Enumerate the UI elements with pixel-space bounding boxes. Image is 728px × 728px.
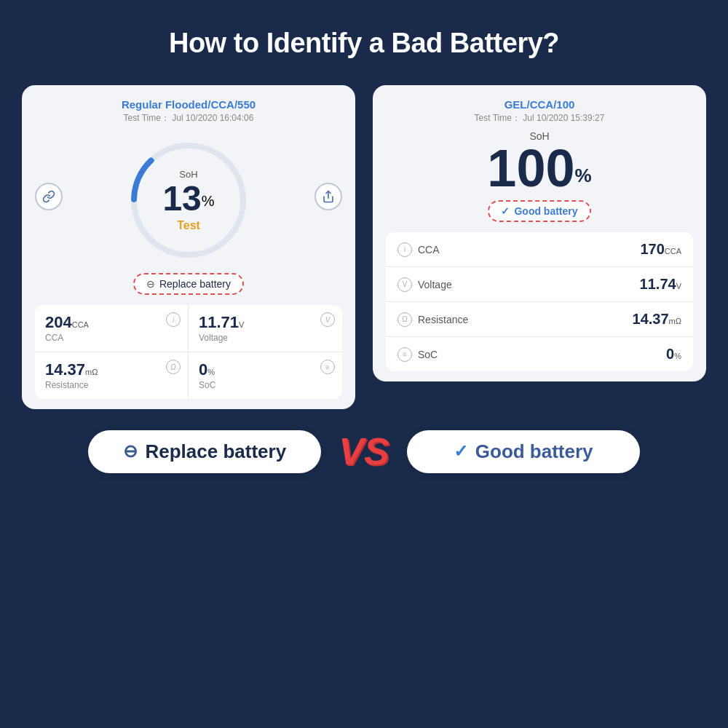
- right-voltage-left: V Voltage: [397, 277, 452, 292]
- left-voltage-value: 11.71V: [199, 314, 332, 331]
- right-stats-list: i CCA 170CCA V Voltage 11.74V Ω: [386, 232, 693, 371]
- good-badge-icon: ✓: [501, 205, 510, 217]
- right-voltage-icon: V: [397, 277, 412, 292]
- left-soc-label: SoC: [199, 380, 332, 390]
- left-stat-cca: i 204CCA CCA: [35, 305, 189, 352]
- left-replace-row: ⊖ Replace battery: [35, 266, 342, 302]
- right-resistance-value: 14.37mΩ: [633, 311, 681, 328]
- gauge-soh-value: 13%: [162, 181, 214, 216]
- right-soc-value: 0%: [666, 346, 681, 363]
- cards-container: Regular Flooded/CCA/550 Test Time： Jul 1…: [22, 85, 706, 409]
- right-card-header: GEL/CCA/100 Test Time： Jul 10/2020 15:39…: [386, 98, 693, 124]
- left-share-button[interactable]: [314, 183, 342, 210]
- bottom-replace-icon: ⊖: [123, 441, 138, 462]
- right-soh-value-container: 100%: [386, 142, 693, 194]
- good-badge-text: Good battery: [514, 205, 577, 217]
- left-resistance-value: 14.37mΩ: [45, 361, 178, 379]
- right-card-test-time: Test Time： Jul 10/2020 15:39:27: [386, 112, 693, 124]
- page-title: How to Identify a Bad Battery?: [169, 28, 559, 59]
- right-resistance-icon: Ω: [397, 312, 412, 327]
- left-stat-voltage: V 11.71V Voltage: [189, 305, 342, 352]
- right-resistance-left: Ω Resistance: [397, 312, 468, 327]
- left-card-header: Regular Flooded/CCA/550 Test Time： Jul 1…: [35, 98, 342, 124]
- left-resistance-icon: Ω: [166, 360, 181, 374]
- left-soc-value: 0%: [199, 361, 332, 379]
- left-voltage-label: Voltage: [199, 333, 332, 343]
- left-card-test-time: Test Time： Jul 10/2020 16:04:06: [35, 112, 342, 124]
- right-stat-resistance: Ω Resistance 14.37mΩ: [386, 302, 693, 337]
- left-gauge-row: SoH 13% Test: [35, 127, 342, 266]
- right-soh-section: SoH 100%: [386, 130, 693, 194]
- right-voltage-value: 11.74V: [640, 276, 681, 293]
- right-soh-value: 100: [487, 139, 574, 197]
- right-good-badge: ✓ Good battery: [488, 200, 590, 222]
- right-stat-soc: ≡ SoC 0%: [386, 337, 693, 371]
- left-voltage-icon: V: [320, 312, 335, 327]
- left-stats-grid: i 204CCA CCA V 11.71V Voltage Ω 14.37mΩ …: [35, 305, 342, 399]
- right-cca-value: 170CCA: [640, 241, 681, 258]
- right-stat-voltage: V Voltage 11.74V: [386, 267, 693, 302]
- left-cca-label: CCA: [45, 333, 178, 343]
- left-card-type: Regular Flooded/CCA/550: [35, 98, 342, 111]
- right-voltage-label: Voltage: [418, 279, 452, 290]
- right-cca-icon: i: [397, 242, 412, 257]
- right-resistance-label: Resistance: [418, 314, 468, 325]
- left-card: Regular Flooded/CCA/550 Test Time： Jul 1…: [22, 85, 355, 409]
- right-soc-icon: ≡: [397, 347, 412, 362]
- left-stat-resistance: Ω 14.37mΩ Resistance: [35, 352, 189, 399]
- right-cca-left: i CCA: [397, 242, 440, 257]
- right-card: GEL/CCA/100 Test Time： Jul 10/2020 15:39…: [373, 85, 706, 381]
- left-soc-icon: ≡: [320, 360, 335, 374]
- left-resistance-label: Resistance: [45, 380, 178, 390]
- gauge-center: SoH 13% Test: [162, 169, 214, 232]
- right-soh-percent: %: [575, 165, 592, 186]
- left-cca-value: 204CCA: [45, 314, 178, 331]
- gauge-soh-label: SoH: [162, 169, 214, 180]
- gauge-test-label: Test: [162, 219, 214, 232]
- left-link-button[interactable]: [35, 183, 63, 210]
- bottom-row: ⊖ Replace battery VS ✓ Good battery: [22, 430, 706, 473]
- left-stat-soc: ≡ 0% SoC: [189, 352, 342, 399]
- replace-badge-icon: ⊖: [146, 278, 155, 290]
- left-gauge: SoH 13% Test: [123, 135, 254, 266]
- right-soc-left: ≡ SoC: [397, 347, 438, 362]
- replace-badge-text: Replace battery: [159, 278, 231, 290]
- right-card-type: GEL/CCA/100: [386, 98, 693, 111]
- bottom-replace-label: Replace battery: [145, 440, 286, 463]
- left-cca-icon: i: [166, 312, 181, 327]
- bottom-good-label: Good battery: [475, 440, 593, 463]
- right-good-row: ✓ Good battery: [386, 194, 693, 229]
- right-cca-label: CCA: [418, 244, 440, 256]
- right-stat-cca: i CCA 170CCA: [386, 232, 693, 267]
- bottom-good-icon: ✓: [454, 441, 468, 462]
- left-replace-badge: ⊖ Replace battery: [133, 273, 244, 295]
- bottom-replace-badge: ⊖ Replace battery: [88, 430, 321, 473]
- vs-label: VS: [339, 430, 389, 473]
- bottom-good-badge: ✓ Good battery: [407, 430, 640, 473]
- right-soc-label: SoC: [418, 349, 438, 360]
